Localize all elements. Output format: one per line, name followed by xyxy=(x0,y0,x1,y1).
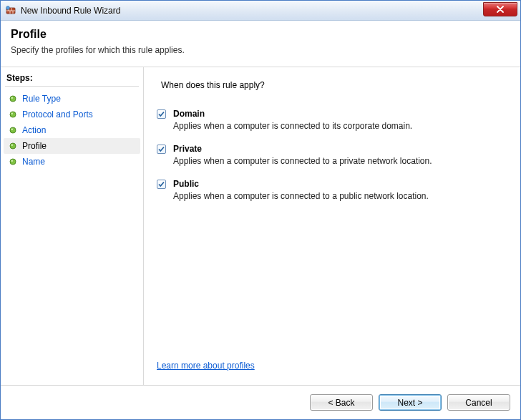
svg-point-13 xyxy=(10,143,16,149)
window-title: New Inbound Rule Wizard xyxy=(21,6,483,16)
firewall-icon xyxy=(5,5,16,16)
close-icon xyxy=(496,6,505,13)
wizard-footer: < Back Next > Cancel xyxy=(1,385,520,419)
bullet-icon xyxy=(9,127,16,134)
svg-point-14 xyxy=(11,145,13,146)
checkbox-public[interactable] xyxy=(157,180,166,189)
option-description: Applies when a computer is connected to … xyxy=(173,156,507,166)
steps-heading: Steps: xyxy=(4,73,140,86)
bullet-icon xyxy=(9,142,16,150)
step-name[interactable]: Name xyxy=(4,154,140,170)
step-label: Protocol and Ports xyxy=(22,109,93,119)
option-description: Applies when a computer is connected to … xyxy=(173,191,507,201)
page-subtitle: Specify the profiles for which this rule… xyxy=(11,45,510,55)
option-label: Domain xyxy=(173,109,205,119)
page-title: Profile xyxy=(11,28,510,41)
svg-point-15 xyxy=(10,159,16,165)
svg-point-6 xyxy=(6,6,10,9)
steps-sidebar: Steps: Rule Type Protocol and Ports Acti… xyxy=(1,67,144,385)
steps-separator xyxy=(5,86,139,87)
step-profile[interactable]: Profile xyxy=(4,138,140,154)
checkbox-private[interactable] xyxy=(157,145,166,154)
back-button[interactable]: < Back xyxy=(310,394,373,411)
main-panel: When does this rule apply? Domain Applie… xyxy=(144,67,520,385)
close-button[interactable] xyxy=(483,2,517,16)
svg-point-11 xyxy=(10,127,16,133)
next-button[interactable]: Next > xyxy=(379,394,442,411)
step-rule-type[interactable]: Rule Type xyxy=(4,91,140,107)
step-label: Action xyxy=(22,125,46,135)
checkmark-icon xyxy=(157,180,165,188)
svg-point-8 xyxy=(11,97,13,99)
bullet-icon xyxy=(9,158,16,165)
svg-point-9 xyxy=(10,112,16,117)
checkmark-icon xyxy=(157,145,165,153)
wizard-body: Steps: Rule Type Protocol and Ports Acti… xyxy=(1,67,520,385)
svg-point-10 xyxy=(11,113,13,114)
page-header: Profile Specify the profiles for which t… xyxy=(1,21,520,67)
checkmark-icon xyxy=(157,110,165,118)
titlebar: New Inbound Rule Wizard xyxy=(1,1,520,21)
profile-question: When does this rule apply? xyxy=(161,80,507,90)
bullet-icon xyxy=(9,95,16,102)
learn-more-row: Learn more about profiles xyxy=(157,361,507,371)
wizard-window: New Inbound Rule Wizard Profile Specify … xyxy=(0,0,521,420)
step-label: Name xyxy=(22,157,45,167)
option-description: Applies when a computer is connected to … xyxy=(173,121,507,131)
option-private: Private Applies when a computer is conne… xyxy=(157,144,507,166)
option-label: Private xyxy=(173,144,202,154)
svg-point-16 xyxy=(11,160,13,162)
option-public: Public Applies when a computer is connec… xyxy=(157,179,507,201)
step-label: Profile xyxy=(22,141,47,151)
bullet-icon xyxy=(9,111,16,118)
step-action[interactable]: Action xyxy=(4,122,140,138)
step-label: Rule Type xyxy=(22,94,61,104)
cancel-button[interactable]: Cancel xyxy=(447,394,510,411)
svg-point-12 xyxy=(11,129,13,130)
learn-more-link[interactable]: Learn more about profiles xyxy=(157,361,255,371)
option-label: Public xyxy=(173,179,199,189)
svg-point-7 xyxy=(10,96,16,102)
option-domain: Domain Applies when a computer is connec… xyxy=(157,109,507,131)
step-protocol-and-ports[interactable]: Protocol and Ports xyxy=(4,107,140,122)
checkbox-domain[interactable] xyxy=(157,109,166,119)
